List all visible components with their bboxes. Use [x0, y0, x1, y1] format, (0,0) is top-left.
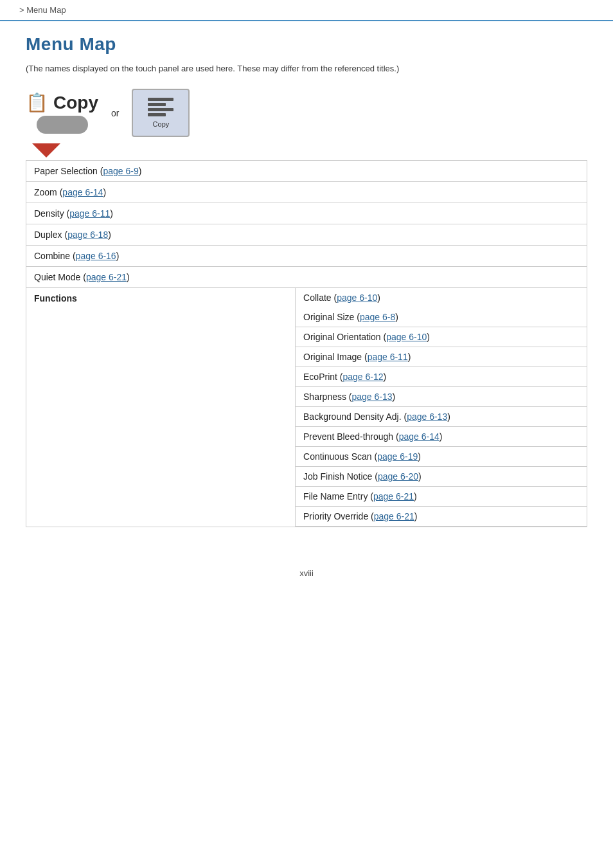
function-item-cell: Original Orientation (page 6-10) — [296, 327, 587, 347]
function-item-row: Background Density Adj. (page 6-13) — [296, 407, 587, 427]
function-item-cell: Job Finish Notice (page 6-20) — [296, 467, 587, 487]
page-link[interactable]: page 6-16 — [76, 251, 116, 261]
function-item-cell: Background Density Adj. (page 6-13) — [296, 407, 587, 427]
function-item-cell: EcoPrint (page 6-12) — [296, 367, 587, 387]
function-item-row: Original Orientation (page 6-10) — [296, 327, 587, 347]
function-item-cell: Original Image (page 6-11) — [296, 347, 587, 367]
page-link[interactable]: page 6-9 — [103, 166, 138, 176]
page-title: Menu Map — [26, 34, 587, 55]
function-item-row: Sharpness (page 6-13) — [296, 387, 587, 407]
copy-icon-group: 📋 Copy — [26, 92, 98, 134]
copy-text-label: Copy — [53, 93, 98, 113]
copy-doc-icon: 📋 — [26, 92, 48, 113]
simple-menu-row: Combine (page 6-16) — [26, 246, 587, 267]
simple-menu-row: Duplex (page 6-18) — [26, 224, 587, 246]
function-item-cell: Prevent Bleed-through (page 6-14) — [296, 427, 587, 447]
function-item-row: Original Image (page 6-11) — [296, 347, 587, 367]
button-icon-lines — [148, 98, 173, 116]
copy-button-label: Copy — [153, 120, 170, 128]
page-link[interactable]: page 6-8 — [360, 312, 395, 322]
menu-table: Paper Selection (page 6-9)Zoom (page 6-1… — [26, 160, 587, 527]
simple-menu-cell: Paper Selection (page 6-9) — [26, 161, 587, 182]
function-item-cell: Sharpness (page 6-13) — [296, 387, 587, 407]
simple-menu-row: Zoom (page 6-14) — [26, 182, 587, 203]
page-number: xviii — [299, 568, 314, 578]
or-label: or — [111, 108, 119, 118]
copy-oval-button — [37, 116, 88, 134]
function-item-row: Job Finish Notice (page 6-20) — [296, 467, 587, 487]
arrow-down-icon — [32, 143, 60, 158]
simple-menu-cell: Combine (page 6-16) — [26, 246, 587, 267]
function-item-cell: Continuous Scan (page 6-19) — [296, 447, 587, 467]
function-item-cell: Collate (page 6-10) — [296, 288, 587, 307]
simple-menu-cell: Density (page 6-11) — [26, 203, 587, 224]
copy-touchpanel-button: Copy — [132, 89, 190, 137]
icon-line-2 — [148, 103, 166, 106]
simple-menu-row: Density (page 6-11) — [26, 203, 587, 224]
page-link[interactable]: page 6-11 — [69, 208, 110, 219]
functions-items-cell: Collate (page 6-10)Original Size (page 6… — [296, 288, 587, 527]
functions-label: Functions — [26, 288, 296, 527]
simple-menu-cell: Quiet Mode (page 6-21) — [26, 267, 587, 288]
page-link[interactable]: page 6-21 — [373, 491, 414, 502]
function-item-row: Original Size (page 6-8) — [296, 307, 587, 327]
functions-row: Functions Collate (page 6-10)Original Si… — [26, 288, 587, 527]
page-footer: xviii — [0, 553, 613, 593]
page-link[interactable]: page 6-12 — [343, 372, 384, 382]
copy-label-row: 📋 Copy — [26, 92, 98, 113]
function-item-row: Priority Override (page 6-21) — [296, 507, 587, 527]
function-item-cell: Priority Override (page 6-21) — [296, 507, 587, 527]
breadcrumb: > Menu Map — [0, 0, 613, 21]
page-link[interactable]: page 6-18 — [67, 230, 108, 240]
page-link[interactable]: page 6-14 — [399, 431, 440, 442]
page-link[interactable]: page 6-20 — [378, 471, 418, 482]
page-link[interactable]: page 6-11 — [368, 352, 408, 362]
icon-line-3 — [148, 108, 173, 111]
functions-inner-table: Collate (page 6-10)Original Size (page 6… — [296, 288, 587, 527]
page-link[interactable]: page 6-21 — [86, 272, 127, 282]
page-link[interactable]: page 6-21 — [374, 511, 414, 521]
page-link[interactable]: page 6-10 — [337, 293, 377, 303]
function-item-row: File Name Entry (page 6-21) — [296, 487, 587, 507]
page-link[interactable]: page 6-13 — [407, 411, 447, 422]
simple-menu-cell: Duplex (page 6-18) — [26, 224, 587, 246]
function-item-row: Continuous Scan (page 6-19) — [296, 447, 587, 467]
simple-menu-row: Paper Selection (page 6-9) — [26, 161, 587, 182]
function-item-row: Collate (page 6-10) — [296, 288, 587, 307]
function-item-row: EcoPrint (page 6-12) — [296, 367, 587, 387]
page-link[interactable]: page 6-19 — [377, 451, 418, 462]
icon-line-4 — [148, 113, 166, 116]
function-item-cell: File Name Entry (page 6-21) — [296, 487, 587, 507]
copy-section: 📋 Copy or Copy — [26, 89, 587, 137]
simple-menu-row: Quiet Mode (page 6-21) — [26, 267, 587, 288]
page-link[interactable]: page 6-10 — [386, 332, 427, 342]
page-subtitle: (The names displayed on the touch panel … — [26, 64, 587, 73]
function-item-row: Prevent Bleed-through (page 6-14) — [296, 427, 587, 447]
icon-line-1 — [148, 98, 173, 101]
function-item-cell: Original Size (page 6-8) — [296, 307, 587, 327]
simple-menu-cell: Zoom (page 6-14) — [26, 182, 587, 203]
page-link[interactable]: page 6-13 — [352, 392, 393, 402]
page-link[interactable]: page 6-14 — [62, 187, 103, 197]
